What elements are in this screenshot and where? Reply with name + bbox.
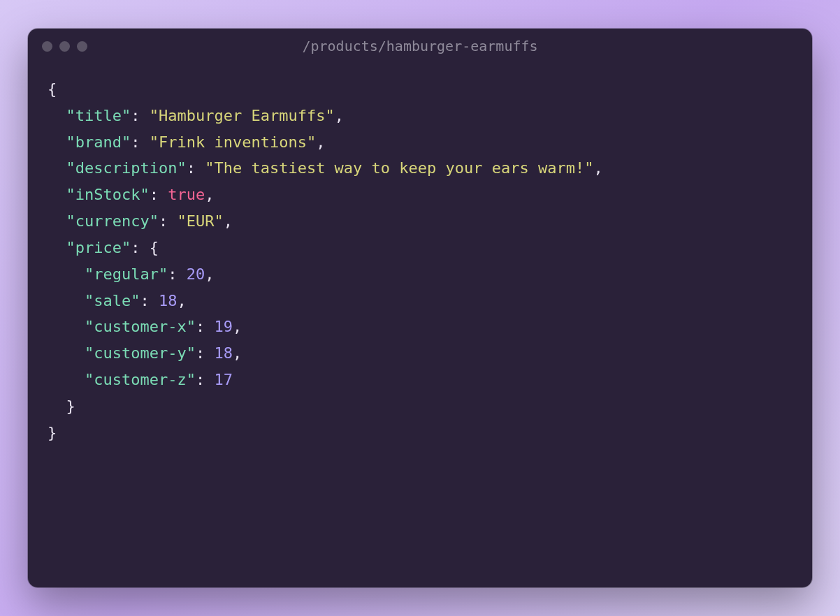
- comma: ,: [205, 265, 214, 283]
- brace-open: {: [150, 239, 159, 256]
- brace-close: }: [66, 397, 75, 415]
- json-string: "The tastiest way to keep your ears warm…: [205, 159, 593, 177]
- json-key: "customer-y": [85, 344, 196, 362]
- json-key: "sale": [85, 292, 140, 309]
- window-title: /products/hamburger-earmuffs: [42, 38, 798, 54]
- comma: ,: [177, 292, 186, 309]
- comma: ,: [224, 212, 233, 230]
- json-string: "Frink inventions": [150, 133, 316, 151]
- json-key: "regular": [85, 265, 168, 283]
- json-string: "EUR": [177, 212, 223, 230]
- colon: :: [150, 186, 168, 203]
- comma: ,: [316, 133, 325, 151]
- json-key: "inStock": [66, 186, 150, 203]
- maximize-icon[interactable]: [77, 41, 87, 52]
- comma: ,: [593, 159, 602, 177]
- brace-close: }: [48, 424, 57, 441]
- json-number: 19: [214, 318, 233, 335]
- colon: :: [187, 159, 205, 177]
- json-key: "currency": [66, 212, 159, 230]
- json-number: 17: [214, 371, 233, 388]
- json-key: "price": [66, 239, 131, 256]
- json-key: "customer-z": [85, 371, 196, 388]
- titlebar: /products/hamburger-earmuffs: [28, 29, 812, 64]
- json-key: "brand": [66, 133, 131, 151]
- json-key: "customer-x": [85, 318, 196, 335]
- minimize-icon[interactable]: [59, 41, 70, 52]
- colon: :: [196, 318, 215, 335]
- code-window: /products/hamburger-earmuffs { "title": …: [28, 29, 812, 587]
- json-key: "title": [66, 107, 131, 124]
- colon: :: [196, 344, 215, 362]
- traffic-lights: [42, 41, 87, 52]
- colon: :: [131, 133, 150, 151]
- json-boolean: true: [168, 186, 205, 203]
- comma: ,: [233, 318, 242, 335]
- json-key: "description": [66, 159, 187, 177]
- colon: :: [159, 212, 178, 230]
- colon: :: [131, 239, 150, 256]
- json-number: 18: [159, 292, 178, 309]
- comma: ,: [335, 107, 344, 124]
- colon: :: [131, 107, 150, 124]
- comma: ,: [205, 186, 214, 203]
- brace-open: {: [48, 80, 57, 98]
- close-icon[interactable]: [42, 41, 52, 52]
- json-number: 18: [214, 344, 233, 362]
- json-string: "Hamburger Earmuffs": [150, 107, 335, 124]
- colon: :: [168, 265, 187, 283]
- json-number: 20: [187, 265, 205, 283]
- code-block: { "title": "Hamburger Earmuffs", "brand"…: [28, 64, 812, 587]
- comma: ,: [233, 344, 242, 362]
- colon: :: [140, 292, 159, 309]
- colon: :: [196, 371, 215, 388]
